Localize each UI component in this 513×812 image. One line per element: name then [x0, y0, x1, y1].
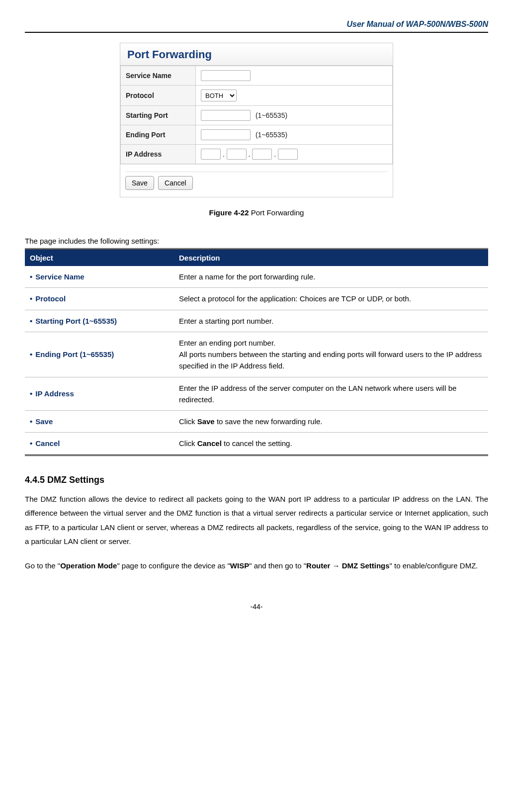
ip-octet-1-input[interactable] [201, 149, 221, 160]
object-cell: •Save [25, 411, 174, 433]
p2-router-dmz: Router → DMZ Settings [306, 561, 390, 570]
object-cell: •IP Address [25, 377, 174, 411]
p2-mid2: " and then go to " [249, 561, 306, 570]
p2-opmode: Operation Mode [60, 561, 117, 570]
description-cell: Select a protocol for the application: C… [174, 288, 488, 310]
ip-octet-4-input[interactable] [278, 149, 298, 160]
starting-port-cell: (1~65535) [196, 106, 393, 125]
save-button[interactable]: Save [125, 176, 154, 190]
bullet-icon: • [30, 272, 32, 281]
port-forwarding-panel: Port Forwarding Service Name Protocol BO… [120, 43, 393, 197]
cancel-button[interactable]: Cancel [158, 176, 193, 190]
header-rule [25, 32, 488, 33]
table-row: •ProtocolSelect a protocol for the appli… [25, 288, 488, 310]
object-cell: •Starting Port (1~65535) [25, 310, 174, 332]
ending-port-label: Ending Port [121, 125, 196, 145]
p2-mid1: " page to configure the device as " [117, 561, 230, 570]
settings-table: Object Description •Service NameEnter a … [25, 248, 488, 456]
bullet-icon: • [30, 389, 32, 398]
bullet-icon: • [30, 417, 32, 426]
p2-pre: Go to the " [25, 561, 60, 570]
bullet-icon: • [30, 317, 32, 325]
description-cell: Enter a starting port number. [174, 310, 488, 332]
table-row: •Ending Port (1~65535)Enter an ending po… [25, 332, 488, 377]
figure-caption: Figure 4-22 Port Forwarding [25, 208, 488, 217]
ending-port-cell: (1~65535) [196, 125, 393, 145]
description-cell: Enter a name for the port forwarding rul… [174, 266, 488, 288]
starting-port-hint: (1~65535) [256, 111, 287, 119]
table-row: •CancelClick Cancel to cancel the settin… [25, 433, 488, 455]
panel-title: Port Forwarding [120, 43, 393, 66]
service-name-label: Service Name [121, 66, 196, 86]
object-cell: •Protocol [25, 288, 174, 310]
ip-octet-2-input[interactable] [227, 149, 247, 160]
object-label: Starting Port (1~65535) [35, 317, 117, 325]
form-table: Service Name Protocol BOTH Starting Port… [120, 66, 393, 164]
starting-port-input[interactable] [201, 110, 251, 121]
object-cell: •Service Name [25, 266, 174, 288]
object-label: Protocol [35, 294, 66, 303]
service-name-cell [196, 66, 393, 86]
footer-divider [125, 172, 388, 172]
ip-octet-3-input[interactable] [252, 149, 272, 160]
header-title: User Manual of WAP-500N/WBS-500N [25, 20, 488, 29]
figure-text: Port Forwarding [251, 208, 304, 217]
object-label: Service Name [35, 272, 84, 281]
bullet-icon: • [30, 294, 32, 303]
protocol-select[interactable]: BOTH [201, 90, 237, 101]
object-label: Save [35, 417, 53, 426]
page-number: -44- [25, 603, 488, 611]
table-row: •Service NameEnter a name for the port f… [25, 266, 488, 288]
table-row: •IP AddressEnter the IP address of the s… [25, 377, 488, 411]
object-label: IP Address [35, 389, 74, 398]
object-cell: •Cancel [25, 433, 174, 455]
section-heading: 4.4.5 DMZ Settings [25, 475, 488, 485]
description-cell: Enter an ending port number.All ports nu… [174, 332, 488, 377]
ip-address-cell: . . . [196, 145, 393, 164]
p2-wisp: WISP [230, 561, 249, 570]
object-label: Cancel [35, 439, 60, 448]
bullet-icon: • [30, 439, 32, 448]
dmz-paragraph-2: Go to the "Operation Mode" page to confi… [25, 559, 488, 573]
ip-address-label: IP Address [121, 145, 196, 164]
description-cell: Click Save to save the new forwarding ru… [174, 411, 488, 433]
protocol-label: Protocol [121, 86, 196, 106]
p2-post: " to enable/configure DMZ. [390, 561, 478, 570]
bullet-icon: • [30, 350, 32, 359]
description-cell: Enter the IP address of the server compu… [174, 377, 488, 411]
screenshot-container: Port Forwarding Service Name Protocol BO… [25, 43, 488, 197]
service-name-input[interactable] [201, 70, 251, 81]
panel-footer: Save Cancel [120, 164, 393, 197]
table-row: •SaveClick Save to save the new forwardi… [25, 411, 488, 433]
dmz-paragraph-1: The DMZ function allows the device to re… [25, 492, 488, 549]
object-cell: •Ending Port (1~65535) [25, 332, 174, 377]
intro-line: The page includes the following settings… [25, 237, 488, 245]
ending-port-hint: (1~65535) [256, 131, 287, 139]
table-row: •Starting Port (1~65535)Enter a starting… [25, 310, 488, 332]
th-description: Description [174, 249, 488, 267]
ending-port-input[interactable] [201, 129, 251, 140]
object-label: Ending Port (1~65535) [35, 350, 114, 359]
th-object: Object [25, 249, 174, 267]
starting-port-label: Starting Port [121, 106, 196, 125]
figure-number: Figure 4-22 [209, 208, 249, 217]
description-cell: Click Cancel to cancel the setting. [174, 433, 488, 455]
protocol-cell: BOTH [196, 86, 393, 106]
